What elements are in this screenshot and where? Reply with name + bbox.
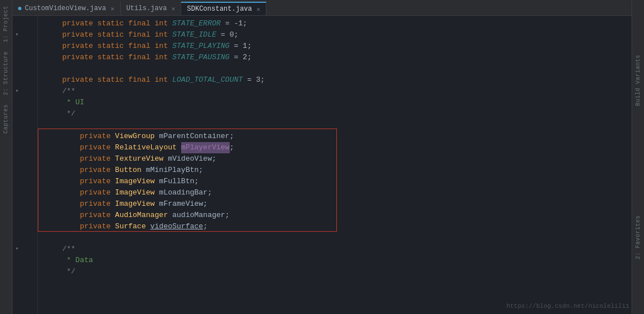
token-private-iv1: private bbox=[45, 176, 115, 187]
token-private-5: private static final int bbox=[45, 74, 172, 86]
token-comment-data: * Data bbox=[45, 255, 93, 266]
token-type-btn: Button bbox=[115, 165, 142, 176]
code-line-imageview-full: private ImageView mFullBtn; bbox=[45, 176, 634, 187]
code-line-empty-2 bbox=[45, 120, 634, 131]
token-private-vg: private bbox=[45, 131, 115, 142]
token-state-error: STATE_ERROR bbox=[172, 18, 221, 29]
code-line-audiomanager: private AudioManager audioManager; bbox=[45, 210, 634, 221]
token-type-rl: RelativeLayout bbox=[115, 142, 177, 153]
tab-custom-video[interactable]: CustomVideoView.java ✕ bbox=[12, 2, 121, 15]
token-private-4: private static final int bbox=[45, 52, 172, 63]
collapse-arrow-1[interactable]: ▾ bbox=[15, 29, 19, 41]
token-type-am: AudioManager bbox=[115, 210, 168, 221]
tab-label-custom-video: CustomVideoView.java bbox=[25, 5, 106, 12]
watermark: https://blog.csdn.net/nicolelili1 bbox=[506, 303, 629, 309]
token-private-iv3: private bbox=[45, 198, 115, 210]
token-comment-close-1: */ bbox=[45, 108, 76, 120]
token-private-rl: private bbox=[45, 142, 115, 153]
tab-dot bbox=[18, 7, 21, 10]
sidebar-item-project[interactable]: 1: Project bbox=[2, 3, 10, 45]
code-line-7: /** bbox=[45, 86, 634, 97]
code-line-imageview-frame: private ImageView mFrameView; bbox=[45, 198, 634, 210]
code-line-surface: private Surface videoSurface; bbox=[45, 221, 634, 232]
main-container: CustomVideoView.java ✕ Utils.java ✕ SDKC… bbox=[12, 0, 644, 314]
token-comment-open-1: /** bbox=[45, 86, 76, 97]
tab-sdk-constant[interactable]: SDKConstant.java ✕ bbox=[181, 2, 266, 15]
token-var-am: audioManager; bbox=[168, 210, 229, 221]
token-semi-sf: ; bbox=[203, 221, 208, 232]
tab-label-sdk-constant: SDKConstant.java bbox=[187, 5, 252, 13]
token-private-btn: private bbox=[45, 165, 115, 176]
sidebar-item-build-variants[interactable]: Build Variants bbox=[634, 52, 642, 108]
token-var-playerview: mPlayerView bbox=[181, 142, 230, 153]
token-type-iv1: ImageView bbox=[115, 176, 155, 187]
code-line-2: private static final int STATE_IDLE = 0; bbox=[45, 29, 634, 41]
sidebar-item-favorites[interactable]: 2: Favorites bbox=[634, 213, 642, 262]
token-private-iv2: private bbox=[45, 187, 115, 198]
code-content[interactable]: private static final int STATE_ERROR = -… bbox=[38, 16, 634, 314]
tab-label-utils: Utils.java bbox=[126, 5, 167, 12]
token-private-sf: private bbox=[45, 221, 115, 232]
token-var-iv2: mLoadingBar; bbox=[155, 187, 212, 198]
token-var-tv: mVideoView; bbox=[164, 153, 217, 165]
code-line-4: private static final int STATE_PAUSING =… bbox=[45, 52, 634, 63]
collapse-arrow-3[interactable]: ▾ bbox=[15, 244, 19, 255]
code-line-button: private Button mMiniPlayBtn; bbox=[45, 165, 634, 176]
left-sidebar: 1: Project 2: Structure Captures bbox=[0, 0, 12, 314]
code-line-javadoc2-close: */ bbox=[45, 266, 634, 277]
code-line-6: private static final int LOAD_TOTAL_COUN… bbox=[45, 74, 634, 86]
code-line-javadoc2-data: * Data bbox=[45, 255, 634, 266]
token-private-2: private static final int bbox=[45, 29, 172, 41]
code-line-textureview: private TextureView mVideoView; bbox=[45, 153, 634, 165]
token-eq-5: = 3; bbox=[243, 74, 265, 86]
token-type-iv3: ImageView bbox=[115, 198, 155, 210]
code-line-empty-3 bbox=[45, 232, 634, 244]
code-line-1: private static final int STATE_ERROR = -… bbox=[45, 18, 634, 29]
token-var-sf: videoSurface bbox=[150, 221, 203, 232]
token-load-total: LOAD_TOTAL_COUNT bbox=[172, 74, 243, 86]
code-line-empty-1 bbox=[45, 63, 634, 74]
right-sidebar: Build Variants 2: Favorites bbox=[632, 0, 644, 314]
token-eq-4: = 2; bbox=[230, 52, 252, 63]
token-eq-1: = -1; bbox=[221, 18, 247, 29]
code-line-viewgroup: private ViewGroup mParentContainer; bbox=[45, 131, 634, 142]
token-type-iv2: ImageView bbox=[115, 187, 155, 198]
token-space-rl bbox=[177, 142, 181, 153]
token-state-pausing: STATE_PAUSING bbox=[172, 52, 229, 63]
tab-close-custom-video[interactable]: ✕ bbox=[111, 5, 115, 12]
token-eq-2: = 0; bbox=[216, 29, 238, 41]
code-line-3: private static final int STATE_PLAYING =… bbox=[45, 41, 634, 52]
token-private-3: private static final int bbox=[45, 41, 172, 52]
token-type-sf: Surface bbox=[115, 221, 146, 232]
token-type-tv: TextureView bbox=[115, 153, 164, 165]
sidebar-item-structure[interactable]: 2: Structure bbox=[2, 49, 10, 98]
tab-close-sdk-constant[interactable]: ✕ bbox=[257, 6, 261, 13]
tab-close-utils[interactable]: ✕ bbox=[172, 5, 176, 12]
code-line-imageview-loading: private ImageView mLoadingBar; bbox=[45, 187, 634, 198]
tab-bar: CustomVideoView.java ✕ Utils.java ✕ SDKC… bbox=[12, 0, 644, 16]
collapse-arrow-2[interactable]: ▾ bbox=[15, 86, 19, 97]
token-eq-3: = 1; bbox=[230, 41, 252, 52]
token-comment-close-2: */ bbox=[45, 266, 76, 277]
token-private-tv: private bbox=[45, 153, 115, 165]
token-comment-ui: * UI bbox=[45, 97, 84, 108]
code-line-javadoc2-open: /** bbox=[45, 244, 634, 255]
token-space-sf bbox=[146, 221, 150, 232]
token-var-btn: mMiniPlayBtn; bbox=[142, 165, 203, 176]
line-gutter: ▾ ▾ ▾ bbox=[12, 16, 38, 314]
token-comment-open-2: /** bbox=[45, 244, 76, 255]
token-semi-rl: ; bbox=[230, 142, 234, 153]
token-var-iv1: mFullBtn; bbox=[155, 176, 199, 187]
code-line-9: */ bbox=[45, 108, 634, 120]
token-state-playing: STATE_PLAYING bbox=[172, 41, 229, 52]
sidebar-item-captures[interactable]: Captures bbox=[2, 102, 10, 136]
tab-utils[interactable]: Utils.java ✕ bbox=[121, 2, 182, 15]
token-private-am: private bbox=[45, 210, 115, 221]
token-private: private static final int bbox=[45, 18, 172, 29]
code-line-8: * UI bbox=[45, 97, 634, 108]
editor-area: ▾ ▾ ▾ bbox=[12, 16, 644, 314]
token-var-viewgroup: mParentContainer; bbox=[155, 131, 234, 142]
token-state-idle: STATE_IDLE bbox=[172, 29, 216, 41]
token-type-viewgroup: ViewGroup bbox=[115, 131, 155, 142]
token-var-iv3: mFrameView; bbox=[155, 198, 208, 210]
